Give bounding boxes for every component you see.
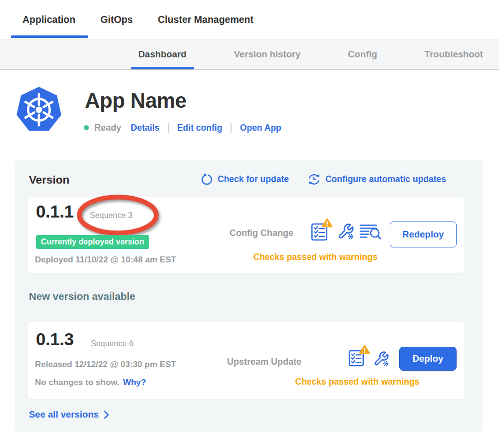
- version-section: Version Check for update: [15, 160, 483, 432]
- available-version-card: 0.1.3 Sequence 6 Released 12/12/22 @ 03:…: [28, 322, 464, 399]
- topnav-item-cluster-management[interactable]: Cluster Management: [158, 0, 253, 39]
- sub-nav: Dashboard Version history Config Trouble…: [0, 39, 499, 70]
- details-link[interactable]: Details: [131, 123, 159, 133]
- topnav-item-gitops[interactable]: GitOps: [100, 0, 133, 39]
- topnav-label-cluster-management: Cluster Management: [158, 14, 253, 25]
- tab-label-troubleshoot: Troubleshoot: [425, 49, 483, 60]
- redeploy-button[interactable]: Redeploy: [390, 222, 457, 247]
- status-dot-icon: [84, 125, 89, 130]
- topnav-item-application[interactable]: Application: [22, 0, 75, 39]
- app-title: App Name: [85, 89, 187, 113]
- deploy-button[interactable]: Deploy: [399, 347, 457, 371]
- tab-label-version-history: Version history: [234, 49, 301, 60]
- version-section-title: Version: [29, 174, 69, 187]
- divider: [231, 123, 232, 133]
- current-checks-status: Checks passed with warnings: [243, 252, 388, 262]
- topnav-label-application: Application: [22, 14, 75, 25]
- refresh-icon: [201, 173, 213, 186]
- configure-automatic-updates-link[interactable]: Configure automatic updates: [307, 173, 446, 186]
- see-all-versions-link[interactable]: See all versions: [29, 409, 109, 420]
- available-version-number: 0.1.3: [36, 329, 73, 349]
- current-version-number: 0.1.1: [36, 202, 73, 222]
- released-timestamp: Released 12/12/22 @ 03:30 pm EST: [35, 360, 176, 370]
- topnav-label-gitops: GitOps: [100, 14, 133, 25]
- divider: [168, 123, 169, 133]
- configure-automatic-updates-label: Configure automatic updates: [325, 174, 446, 185]
- config-wrench-icon[interactable]: [337, 223, 354, 240]
- active-nav-underline: [11, 35, 88, 38]
- page: Application GitOps Cluster Management Da…: [0, 0, 499, 448]
- status-label: Ready: [94, 123, 121, 133]
- app-status-row: Ready Details Edit config Open App: [84, 121, 281, 134]
- check-for-update-link[interactable]: Check for update: [201, 173, 289, 186]
- active-tab-underline: [131, 67, 194, 69]
- open-app-link[interactable]: Open App: [240, 123, 281, 133]
- kubernetes-logo-icon: [16, 86, 62, 134]
- no-changes-label: No changes to show.: [35, 378, 119, 388]
- available-version-sequence: Sequence 6: [91, 339, 133, 348]
- preflight-checks-icon[interactable]: [311, 223, 329, 241]
- release-notes-icon[interactable]: [359, 224, 382, 240]
- new-version-heading: New version available: [29, 290, 135, 302]
- no-changes-row: No changes to show. Why?: [35, 378, 146, 388]
- edit-config-link[interactable]: Edit config: [177, 123, 222, 133]
- warning-triangle-icon: [322, 218, 332, 227]
- preflight-checks-icon[interactable]: [348, 349, 366, 368]
- see-all-versions-label: See all versions: [29, 409, 99, 420]
- tab-label-dashboard: Dashboard: [138, 49, 187, 60]
- tab-label-config: Config: [348, 49, 377, 60]
- tab-troubleshoot[interactable]: Troubleshoot: [425, 39, 483, 69]
- warning-triangle-icon: [359, 345, 370, 354]
- tab-config[interactable]: Config: [348, 39, 377, 69]
- version-source-label: Upstream Update: [227, 357, 301, 367]
- current-version-card: 0.1.1 Sequence 3 Currently deployed vers…: [28, 197, 464, 273]
- available-checks-status: Checks passed with warnings: [287, 377, 427, 387]
- config-wrench-icon[interactable]: [373, 351, 390, 368]
- current-version-sequence: Sequence 3: [90, 211, 132, 220]
- deployed-badge: Currently deployed version: [36, 235, 149, 249]
- version-source-label: Config Change: [230, 228, 293, 238]
- why-link[interactable]: Why?: [123, 378, 146, 388]
- deployed-timestamp: Deployed 11/10/22 @ 10:48 am EST: [35, 255, 176, 265]
- top-nav: Application GitOps Cluster Management: [0, 0, 499, 39]
- version-actions: Check for update Configure automatic upd…: [201, 173, 446, 186]
- chevron-right-icon: [104, 411, 109, 419]
- tab-version-history[interactable]: Version history: [234, 39, 301, 69]
- auto-update-icon: [307, 173, 321, 186]
- check-for-update-label: Check for update: [218, 174, 289, 185]
- tab-dashboard[interactable]: Dashboard: [138, 39, 187, 69]
- app-header: App Name Ready Details Edit config Open …: [0, 80, 499, 145]
